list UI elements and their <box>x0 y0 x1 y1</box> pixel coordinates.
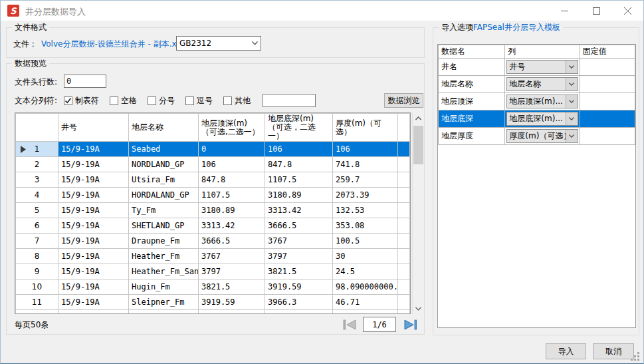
preview-cell[interactable]: 3180.89 <box>265 188 333 203</box>
row-header-cell[interactable]: 8 <box>16 249 58 264</box>
preview-cell[interactable]: 3821.5 <box>265 264 333 279</box>
preview-cell[interactable]: Ty_Fm <box>129 203 199 218</box>
preview-cell[interactable]: 847.8 <box>265 157 333 172</box>
preview-cell[interactable]: 15/9-19A <box>58 188 129 203</box>
data-browse-button[interactable]: 数据浏览 <box>384 93 423 108</box>
mapping-column-select[interactable]: 地层顶深(m)... <box>506 94 578 108</box>
column-header-thickness[interactable]: 厚度(m)（可选） <box>333 114 398 142</box>
row-header-cell[interactable]: 3 <box>16 172 58 188</box>
preview-cell[interactable]: 3666.5 <box>265 218 333 234</box>
column-header-top-depth[interactable]: 地层顶深(m)（可选,二选一） <box>199 114 265 142</box>
resize-grip[interactable] <box>631 351 640 361</box>
mapping-data-name[interactable]: 地层名称 <box>439 76 505 93</box>
preview-table-row[interactable]: 515/9-19ATy_Fm3180.893313.42132.53 <box>16 203 410 218</box>
preview-cell[interactable]: 3666.5 <box>199 234 265 249</box>
mapping-row[interactable]: 井名井号 <box>439 59 635 76</box>
preview-cell[interactable]: 15/9-19A <box>58 142 129 157</box>
preview-cell[interactable]: 3966.3 <box>265 295 333 310</box>
preview-table-scrollbar[interactable] <box>412 112 424 314</box>
preview-cell[interactable]: 15/9-19A <box>58 310 129 315</box>
preview-cell[interactable]: 1107.5 <box>265 172 333 188</box>
mapping-fixed-value[interactable] <box>580 110 635 128</box>
preview-cell[interactable]: 3180.89 <box>199 203 265 218</box>
scroll-down-icon[interactable] <box>413 303 424 314</box>
preview-cell[interactable]: 3919.59 <box>265 279 333 295</box>
preview-cell[interactable]: 847.8 <box>199 172 265 188</box>
row-header-cell[interactable]: 6 <box>16 218 58 234</box>
next-page-button[interactable] <box>400 317 421 332</box>
preview-cell[interactable]: 3313.42 <box>199 218 265 234</box>
column-header-well[interactable]: 井号 <box>58 114 129 142</box>
preview-cell[interactable]: 3767 <box>265 234 333 249</box>
preview-table-row[interactable]: 115/9-19ASeabed0106106 <box>16 142 410 157</box>
mapping-column-select[interactable]: 地层底深(m)... <box>506 112 578 126</box>
mapping-fixed-value[interactable] <box>580 128 635 145</box>
template-link[interactable]: FAPSeal井分层导入模板 <box>473 23 560 32</box>
preview-cell[interactable]: 98.090000000... <box>333 279 398 295</box>
preview-table-row[interactable]: 615/9-19ASHETLAND_GP3313.423666.5353.08 <box>16 218 410 234</box>
preview-table-row[interactable]: 215/9-19ANORDLAND_GP106847.8741.8 <box>16 157 410 172</box>
preview-cell[interactable]: Heather_Fm_Sand <box>129 264 199 279</box>
preview-cell[interactable]: 3821.5 <box>199 279 265 295</box>
preview-cell[interactable]: NORDLAND_GP <box>129 157 199 172</box>
preview-cell[interactable]: 3797 <box>265 249 333 264</box>
other-delimiter-input[interactable] <box>263 94 316 107</box>
mapping-column-select[interactable]: 井号 <box>506 60 578 74</box>
preview-cell[interactable]: 15/9-19A <box>58 172 129 188</box>
preview-cell[interactable]: 3966.3 <box>199 310 265 315</box>
scrollbar-thumb[interactable] <box>413 126 423 164</box>
mapping-fixed-value[interactable] <box>580 59 635 76</box>
preview-table-row[interactable]: 715/9-19ADraupne_Fm3666.53767100.5 <box>16 234 410 249</box>
preview-cell[interactable]: 3313.42 <box>265 203 333 218</box>
row-header-cell[interactable]: 7 <box>16 234 58 249</box>
preview-cell[interactable]: 1107.5 <box>199 188 265 203</box>
row-header-cell[interactable]: 10 <box>16 279 58 295</box>
first-page-button[interactable] <box>340 317 359 332</box>
preview-cell[interactable]: 259.7 <box>333 172 398 188</box>
import-button[interactable]: 导入 <box>546 343 586 359</box>
preview-cell[interactable]: 132.53 <box>333 203 398 218</box>
preview-cell[interactable]: 0 <box>199 142 265 157</box>
preview-cell[interactable]: 15/9-19A <box>58 279 129 295</box>
cancel-button[interactable]: 取消 <box>593 343 634 359</box>
preview-cell[interactable]: 100.5 <box>333 234 398 249</box>
row-header-cell[interactable]: 5 <box>16 203 58 218</box>
preview-cell[interactable]: 3797 <box>199 264 265 279</box>
row-header-cell[interactable]: 12 <box>16 310 58 315</box>
mapping-row[interactable]: 地层底深地层底深(m)... <box>439 110 635 128</box>
preview-cell[interactable]: Utsira_Fm <box>129 172 199 188</box>
preview-cell[interactable]: 106 <box>333 142 398 157</box>
preview-table-row[interactable]: 315/9-19AUtsira_Fm847.81107.5259.7 <box>16 172 410 188</box>
encoding-select[interactable]: GB2312 <box>176 36 261 51</box>
preview-cell[interactable]: 353.08 <box>333 218 398 234</box>
mapping-row[interactable]: 地层厚度厚度(m)（可选） <box>439 128 635 145</box>
preview-table-row[interactable]: 1215/9-19ASkagerrak_Fm3966.34097130.7 <box>16 310 410 315</box>
delimiter-checkbox[interactable]: 逗号 <box>185 95 213 106</box>
preview-cell[interactable]: Skagerrak_Fm <box>129 310 199 315</box>
delimiter-checkbox[interactable]: 制表符 <box>64 95 99 106</box>
minimize-button[interactable] <box>550 1 579 21</box>
preview-cell[interactable]: 30 <box>333 249 398 264</box>
mapping-data-name[interactable]: 井名 <box>439 59 505 76</box>
row-header-cell[interactable]: 1 <box>16 142 58 157</box>
preview-cell[interactable]: 4097 <box>265 310 333 315</box>
preview-cell[interactable]: 106 <box>265 142 333 157</box>
header-rows-input[interactable] <box>64 75 106 88</box>
preview-cell[interactable]: SHETLAND_GP <box>129 218 199 234</box>
scroll-up-icon[interactable] <box>413 112 424 124</box>
preview-cell[interactable]: 15/9-19A <box>58 234 129 249</box>
column-header-formation[interactable]: 地层名称 <box>129 114 199 142</box>
preview-cell[interactable]: 15/9-19A <box>58 203 129 218</box>
mapping-fixed-value[interactable] <box>580 76 635 93</box>
preview-cell[interactable]: 15/9-19A <box>58 249 129 264</box>
delimiter-checkbox[interactable]: 空格 <box>110 95 137 106</box>
preview-cell[interactable]: 15/9-19A <box>58 157 129 172</box>
preview-cell[interactable]: 3919.59 <box>199 295 265 310</box>
row-header-cell[interactable]: 9 <box>16 264 58 279</box>
preview-cell[interactable]: 3767 <box>199 249 265 264</box>
preview-table-row[interactable]: 815/9-19AHeather_Fm3767379730 <box>16 249 410 264</box>
mapping-data-name[interactable]: 地层底深 <box>439 110 505 128</box>
delimiter-checkbox[interactable]: 其他 <box>223 95 251 106</box>
preview-cell[interactable]: Sleipner_Fm <box>129 295 199 310</box>
preview-cell[interactable]: 106 <box>199 157 265 172</box>
